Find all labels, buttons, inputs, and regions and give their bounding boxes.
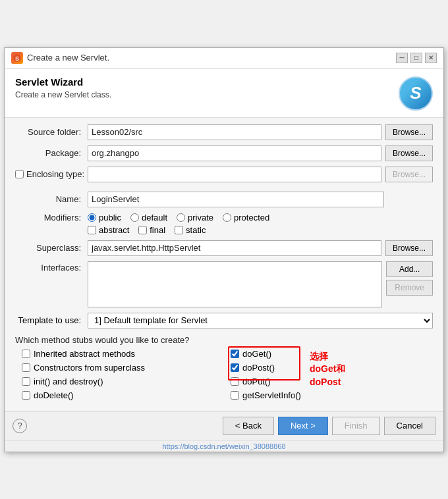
enclosing-type-input[interactable] [88,167,381,182]
interfaces-label: Interfaces: [15,261,88,273]
name-label: Name: [15,194,88,204]
modifiers-radio-group: public default private protected [88,213,269,223]
check-final[interactable]: final [138,225,165,235]
interfaces-buttons: Add... Remove [386,261,433,296]
footer: ? < Back Next > Finish Cancel [5,411,443,440]
package-browse[interactable]: Browse... [385,145,433,161]
wizard-title: Servlet Wizard [15,76,111,88]
minimize-button[interactable]: ─ [396,53,408,63]
maximize-button[interactable]: □ [410,53,422,63]
interfaces-row: Interfaces: Add... Remove [15,261,433,307]
check-abstract[interactable]: abstract [88,225,129,235]
source-folder-row: Source folder: Browse... [15,124,433,140]
enclosing-type-browse[interactable]: Browse... [385,167,433,182]
check-static[interactable]: static [175,225,206,235]
source-folder-input[interactable] [88,124,381,140]
superclass-row: Superclass: Browse... [15,240,433,256]
header-logo: S [399,76,433,111]
annotation-text: 选择 doGet和 doPost [310,350,345,389]
close-button[interactable]: ✕ [425,53,437,63]
stubs-wrapper: Inherited abstract methods Constructors … [15,349,433,400]
package-input[interactable] [88,145,381,161]
radio-public[interactable]: public [88,213,121,223]
radio-protected[interactable]: protected [223,213,269,223]
title-bar-controls: ─ □ ✕ [396,53,437,63]
stub-inherited[interactable]: Inherited abstract methods [22,349,224,359]
stub-getServletInfo[interactable]: getServletInfo() [231,390,433,400]
interfaces-add[interactable]: Add... [386,261,433,277]
wizard-subtitle: Create a new Servlet class. [15,90,111,99]
stubs-title: Which method stubs would you like to cre… [15,335,433,345]
enclosing-type-label: Enclosing type: [15,169,88,179]
source-folder-browse[interactable]: Browse... [385,124,433,140]
superclass-browse[interactable]: Browse... [385,240,433,256]
radio-default[interactable]: default [130,213,167,223]
superclass-label: Superclass: [15,243,88,253]
superclass-input[interactable] [88,240,381,256]
form-body: Source folder: Browse... Package: Browse… [5,118,443,411]
svg-text:S: S [15,55,19,62]
enclosing-type-row: Enclosing type: Browse... [15,167,433,182]
template-label: Template to use: [15,315,88,325]
title-bar-text: Create a new Servlet. [27,53,109,63]
template-select[interactable]: 1] Default template for Servlet [88,313,433,328]
header-content: Servlet Wizard Create a new Servlet clas… [15,76,111,99]
watermark: https://blog.csdn.net/weixin_38088868 [5,440,443,452]
interfaces-remove[interactable]: Remove [386,280,433,296]
modifiers-label: Modifiers: [15,213,88,223]
template-row: Template to use: 1] Default template for… [15,313,433,328]
cancel-button[interactable]: Cancel [384,417,435,435]
modifier-checkboxes-row: abstract final static [15,225,433,235]
footer-right: < Back Next > Finish Cancel [223,417,435,435]
app-icon: S [11,52,23,64]
enclosing-type-checkbox[interactable] [15,170,24,178]
name-input[interactable] [88,192,384,207]
back-button[interactable]: < Back [223,417,274,435]
interfaces-list[interactable] [88,261,382,307]
stub-init[interactable]: init() and destroy() [22,377,224,386]
radio-private[interactable]: private [177,213,213,223]
title-bar-left: S Create a new Servlet. [11,52,109,64]
stubs-section: Which method stubs would you like to cre… [15,335,433,400]
package-label: Package: [15,148,88,158]
footer-left: ? [13,419,27,433]
next-button[interactable]: Next > [278,417,328,435]
dialog-container: S Create a new Servlet. ─ □ ✕ Servlet Wi… [4,47,444,452]
stub-doDelete[interactable]: doDelete() [22,390,224,400]
source-folder-label: Source folder: [15,127,88,137]
help-button[interactable]: ? [13,419,27,433]
title-bar: S Create a new Servlet. ─ □ ✕ [5,48,443,68]
name-row: Name: [15,192,433,207]
stubs-right-col: doGet() doPost() doPut() getServletInfo(… [231,349,433,400]
header-section: Servlet Wizard Create a new Servlet clas… [5,68,443,118]
stubs-grid: Inherited abstract methods Constructors … [15,349,433,400]
finish-button[interactable]: Finish [332,417,380,435]
stubs-left-col: Inherited abstract methods Constructors … [22,349,224,400]
modifiers-row: Modifiers: public default private protec… [15,213,433,223]
package-row: Package: Browse... [15,145,433,161]
stub-constructors[interactable]: Constructors from superclass [22,363,224,373]
